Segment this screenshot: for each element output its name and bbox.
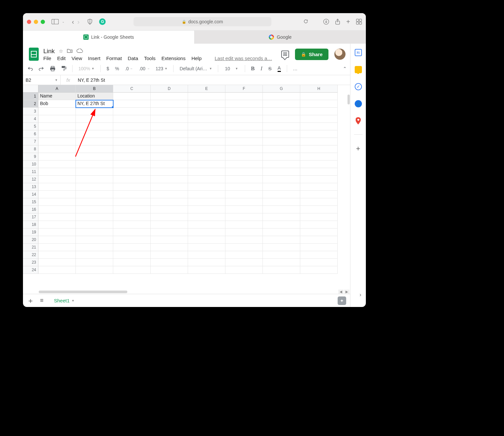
cell-H22[interactable] bbox=[300, 251, 338, 259]
row-header-19[interactable]: 19 bbox=[23, 229, 38, 236]
cell-H12[interactable] bbox=[300, 176, 338, 183]
row-header-13[interactable]: 13 bbox=[23, 183, 38, 191]
cell-D12[interactable] bbox=[151, 176, 188, 183]
cell-A22[interactable] bbox=[38, 251, 76, 259]
cell-G15[interactable] bbox=[263, 198, 300, 206]
keep-icon[interactable] bbox=[355, 66, 362, 73]
tasks-icon[interactable] bbox=[355, 83, 362, 90]
cell-A8[interactable] bbox=[38, 145, 76, 153]
minimize-window-icon[interactable] bbox=[34, 20, 38, 24]
cell-A13[interactable] bbox=[38, 183, 76, 191]
cell-F10[interactable] bbox=[225, 161, 263, 168]
cell-D14[interactable] bbox=[151, 191, 188, 198]
cell-C8[interactable] bbox=[113, 145, 151, 153]
last-edit-link[interactable]: Last edit was seconds a… bbox=[215, 55, 272, 61]
cell-E20[interactable] bbox=[188, 236, 225, 244]
font-family-select[interactable]: Default (Ari…▼ bbox=[178, 65, 213, 72]
cell-F6[interactable] bbox=[225, 130, 263, 138]
cell-D15[interactable] bbox=[151, 198, 188, 206]
row-header-22[interactable]: 22 bbox=[23, 251, 38, 259]
cell-D9[interactable] bbox=[151, 153, 188, 161]
cell-C11[interactable] bbox=[113, 168, 151, 176]
column-header-E[interactable]: E bbox=[188, 85, 225, 93]
cell-A19[interactable] bbox=[38, 229, 76, 236]
column-header-G[interactable]: G bbox=[263, 85, 300, 93]
cell-A16[interactable] bbox=[38, 206, 76, 213]
hide-sidepanel-icon[interactable]: › bbox=[360, 292, 361, 298]
cell-A7[interactable] bbox=[38, 138, 76, 145]
cell-E3[interactable] bbox=[188, 108, 225, 115]
cell-B10[interactable] bbox=[76, 161, 113, 168]
cell-H14[interactable] bbox=[300, 191, 338, 198]
cell-G8[interactable] bbox=[263, 145, 300, 153]
cell-B6[interactable] bbox=[76, 130, 113, 138]
cell-C4[interactable] bbox=[113, 115, 151, 123]
cell-A14[interactable] bbox=[38, 191, 76, 198]
menu-extensions[interactable]: Extensions bbox=[161, 55, 185, 61]
row-header-17[interactable]: 17 bbox=[23, 213, 38, 221]
cell-H5[interactable] bbox=[300, 123, 338, 130]
cell-E10[interactable] bbox=[188, 161, 225, 168]
cell-C1[interactable] bbox=[113, 93, 151, 100]
menu-data[interactable]: Data bbox=[128, 55, 138, 61]
cell-G24[interactable] bbox=[263, 266, 300, 274]
cell-B19[interactable] bbox=[76, 229, 113, 236]
formula-input[interactable]: NY, E 27th St bbox=[76, 77, 350, 83]
cell-D10[interactable] bbox=[151, 161, 188, 168]
cell-E21[interactable] bbox=[188, 244, 225, 251]
cell-A1[interactable]: Name bbox=[38, 93, 76, 100]
cell-D1[interactable] bbox=[151, 93, 188, 100]
cell-C14[interactable] bbox=[113, 191, 151, 198]
cell-B22[interactable] bbox=[76, 251, 113, 259]
cell-E1[interactable] bbox=[188, 93, 225, 100]
cell-C18[interactable] bbox=[113, 221, 151, 229]
menu-help[interactable]: Help bbox=[191, 55, 201, 61]
cell-G2[interactable] bbox=[263, 100, 300, 108]
cell-F18[interactable] bbox=[225, 221, 263, 229]
cell-G3[interactable] bbox=[263, 108, 300, 115]
cell-E13[interactable] bbox=[188, 183, 225, 191]
add-sheet-button[interactable]: ＋ bbox=[27, 296, 34, 306]
cell-H15[interactable] bbox=[300, 198, 338, 206]
cell-C22[interactable] bbox=[113, 251, 151, 259]
column-header-A[interactable]: A bbox=[38, 85, 76, 93]
cell-D21[interactable] bbox=[151, 244, 188, 251]
calendar-icon[interactable] bbox=[355, 49, 362, 56]
menu-format[interactable]: Format bbox=[106, 55, 122, 61]
cell-B21[interactable] bbox=[76, 244, 113, 251]
collapse-toolbar-icon[interactable]: ⌃ bbox=[343, 66, 347, 71]
nav-forward-icon[interactable]: › bbox=[77, 18, 80, 26]
new-tab-icon[interactable]: + bbox=[346, 18, 350, 26]
cell-B11[interactable] bbox=[76, 168, 113, 176]
cell-B2[interactable]: NY, E 27th St bbox=[76, 100, 113, 108]
cell-E14[interactable] bbox=[188, 191, 225, 198]
cell-F19[interactable] bbox=[225, 229, 263, 236]
cell-B4[interactable] bbox=[76, 115, 113, 123]
account-avatar[interactable] bbox=[334, 49, 346, 60]
cell-G6[interactable] bbox=[263, 130, 300, 138]
cell-B15[interactable] bbox=[76, 198, 113, 206]
cell-F13[interactable] bbox=[225, 183, 263, 191]
cell-D18[interactable] bbox=[151, 221, 188, 229]
cell-C9[interactable] bbox=[113, 153, 151, 161]
cell-E17[interactable] bbox=[188, 213, 225, 221]
cell-C23[interactable] bbox=[113, 259, 151, 266]
cell-E2[interactable] bbox=[188, 100, 225, 108]
undo-icon[interactable] bbox=[26, 65, 34, 72]
menu-file[interactable]: File bbox=[43, 55, 51, 61]
cell-E11[interactable] bbox=[188, 168, 225, 176]
cell-G16[interactable] bbox=[263, 206, 300, 213]
cell-B3[interactable] bbox=[76, 108, 113, 115]
cell-F20[interactable] bbox=[225, 236, 263, 244]
increase-decimal-button[interactable]: .00→ bbox=[138, 65, 151, 72]
row-header-23[interactable]: 23 bbox=[23, 259, 38, 266]
row-header-15[interactable]: 15 bbox=[23, 198, 38, 206]
cell-G1[interactable] bbox=[263, 93, 300, 100]
cell-F9[interactable] bbox=[225, 153, 263, 161]
cell-A23[interactable] bbox=[38, 259, 76, 266]
cell-C6[interactable] bbox=[113, 130, 151, 138]
cell-H17[interactable] bbox=[300, 213, 338, 221]
cell-B18[interactable] bbox=[76, 221, 113, 229]
zoom-select[interactable]: 100% ▼ bbox=[77, 65, 96, 72]
row-header-21[interactable]: 21 bbox=[23, 244, 38, 251]
